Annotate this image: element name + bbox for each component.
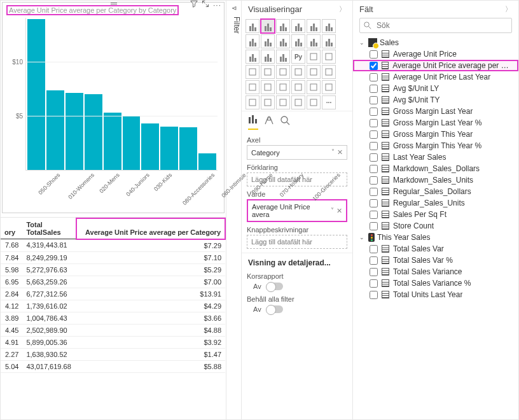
- field-item[interactable]: Last Year Sales: [353, 151, 518, 163]
- field-item[interactable]: Gross Margin Last Year %: [353, 117, 518, 129]
- field-checkbox[interactable]: [370, 62, 378, 70]
- field-checkbox[interactable]: [370, 85, 378, 93]
- viz-type-R[interactable]: [276, 50, 290, 64]
- bar[interactable]: [66, 93, 83, 170]
- viz-type-gauge[interactable]: [307, 34, 321, 48]
- field-item[interactable]: Store Count: [353, 220, 518, 232]
- viz-type-slicer[interactable]: [322, 50, 336, 64]
- field-checkbox[interactable]: [370, 188, 378, 196]
- field-checkbox[interactable]: [370, 165, 378, 173]
- field-checkbox[interactable]: [370, 279, 378, 288]
- field-checkbox[interactable]: [370, 142, 378, 150]
- bar[interactable]: [85, 94, 102, 171]
- viz-type-line[interactable]: [276, 19, 290, 33]
- more-options-icon[interactable]: ···: [213, 1, 221, 10]
- search-input[interactable]: [375, 20, 508, 31]
- bar[interactable]: [179, 127, 197, 170]
- viz-type-map[interactable]: [261, 34, 275, 48]
- field-checkbox[interactable]: [370, 176, 378, 185]
- field-item[interactable]: Gross Margin This Year: [353, 129, 518, 140]
- bar[interactable]: [198, 153, 216, 170]
- viz-type-more[interactable]: ···: [322, 95, 336, 109]
- bar[interactable]: [141, 123, 159, 170]
- chevron-right-icon[interactable]: 〉: [505, 4, 512, 14]
- table-header-category[interactable]: ory: [1, 218, 22, 239]
- field-item[interactable]: Total Sales Variance %: [353, 277, 518, 289]
- viz-type-area[interactable]: [291, 19, 305, 33]
- field-checkbox[interactable]: [370, 119, 378, 127]
- table-visual[interactable]: ory Total TotalSales Average Unit Price …: [1, 217, 226, 419]
- fields-search[interactable]: [359, 18, 512, 33]
- viz-type-pie[interactable]: [322, 19, 336, 33]
- field-item[interactable]: Average Unit Price: [353, 48, 518, 60]
- field-checkbox[interactable]: [370, 199, 378, 207]
- field-checkbox[interactable]: [370, 245, 378, 253]
- viz-type-stack[interactable]: [307, 19, 321, 33]
- field-item[interactable]: Avg $/Unit LY: [353, 83, 518, 94]
- field-checkbox[interactable]: [370, 96, 378, 104]
- field-checkbox[interactable]: [370, 108, 378, 116]
- bar[interactable]: [27, 19, 45, 170]
- field-checkbox[interactable]: [370, 268, 378, 276]
- field-item[interactable]: Markdown_Sales_Dollars: [353, 163, 518, 174]
- crossreport-toggle[interactable]: [266, 283, 283, 290]
- bar[interactable]: [104, 113, 121, 170]
- field-item[interactable]: Markdown_Sales_Units: [353, 174, 518, 186]
- bar[interactable]: [46, 90, 64, 170]
- remove-field-icon[interactable]: ✕: [337, 148, 343, 157]
- field-item[interactable]: Average Unit Price average per Cate...: [353, 60, 518, 71]
- viz-type-more10[interactable]: [246, 95, 260, 109]
- table-node-sales[interactable]: ⌄ Sales: [353, 37, 518, 48]
- viz-type-more3[interactable]: [322, 65, 336, 79]
- table-row[interactable]: 4.452,502,989.90$4.88: [1, 324, 225, 336]
- axis-well[interactable]: Category ˅✕: [247, 145, 347, 160]
- focus-mode-icon[interactable]: [202, 0, 209, 10]
- viz-type-more8[interactable]: [307, 80, 321, 94]
- table-row[interactable]: 5.985,272,976.63$5.29: [1, 263, 225, 276]
- field-item[interactable]: Average Unit Price Last Year: [353, 71, 518, 83]
- field-item[interactable]: Sales Per Sq Ft: [353, 209, 518, 220]
- viz-type-table[interactable]: [261, 50, 275, 64]
- table-row[interactable]: 5.0443,017,619.68$5.88: [1, 360, 225, 372]
- field-checkbox[interactable]: [370, 211, 378, 219]
- viz-type-more5[interactable]: [261, 80, 275, 94]
- analytics-tab-icon[interactable]: [280, 115, 290, 130]
- chevron-down-icon[interactable]: ˅: [331, 148, 335, 157]
- chart-visual[interactable]: ═ ··· Average Unit Price average per Cat…: [2, 2, 225, 213]
- field-checkbox[interactable]: [370, 153, 378, 162]
- tooltip-well[interactable]: Lägg till datafält här: [247, 235, 347, 249]
- field-item[interactable]: Total Sales Var: [353, 243, 518, 255]
- viz-type-more4[interactable]: [246, 80, 260, 94]
- viz-type-more7[interactable]: [291, 80, 305, 94]
- table-row[interactable]: 6.955,663,259.26$7.00: [1, 276, 225, 288]
- field-item[interactable]: Regular_Sales_Dollars: [353, 186, 518, 197]
- viz-type-col[interactable]: [261, 19, 275, 33]
- viz-type-funnel[interactable]: [291, 34, 305, 48]
- fields-tab-icon[interactable]: [248, 115, 258, 130]
- table-row[interactable]: 3.891,004,786.43$3.66: [1, 312, 225, 324]
- viz-type-card[interactable]: [322, 34, 336, 48]
- field-checkbox[interactable]: [370, 73, 378, 81]
- table-header-totalsales[interactable]: Total TotalSales: [22, 218, 76, 239]
- table-row[interactable]: 2.846,727,312.56$13.91: [1, 288, 225, 300]
- drag-handle-icon[interactable]: ═: [111, 0, 116, 8]
- filter-icon[interactable]: [190, 0, 198, 10]
- field-checkbox[interactable]: [370, 291, 378, 299]
- table-node-this-year-sales[interactable]: ⌄ This Year Sales: [353, 232, 518, 243]
- viz-type-more1[interactable]: [291, 65, 305, 79]
- field-checkbox[interactable]: [370, 256, 378, 265]
- table-row[interactable]: 7.684,319,443.81$7.29: [1, 239, 225, 252]
- field-checkbox[interactable]: [370, 222, 378, 230]
- viz-type-more11[interactable]: [261, 95, 275, 109]
- keepfilters-toggle[interactable]: [266, 305, 283, 313]
- bar[interactable]: [123, 116, 141, 170]
- viz-type-more13[interactable]: [291, 95, 305, 109]
- table-row[interactable]: 4.121,739,616.02$4.29: [1, 300, 225, 312]
- viz-type-more9[interactable]: [322, 80, 336, 94]
- field-item[interactable]: Regular_Sales_Units: [353, 197, 518, 209]
- viz-type-arc[interactable]: [246, 65, 260, 79]
- viz-type-kpi[interactable]: [307, 50, 321, 64]
- table-row[interactable]: 2.271,638,930.52$1.47: [1, 348, 225, 360]
- viz-type-matrix[interactable]: [246, 50, 260, 64]
- viz-type-donut[interactable]: [246, 34, 260, 48]
